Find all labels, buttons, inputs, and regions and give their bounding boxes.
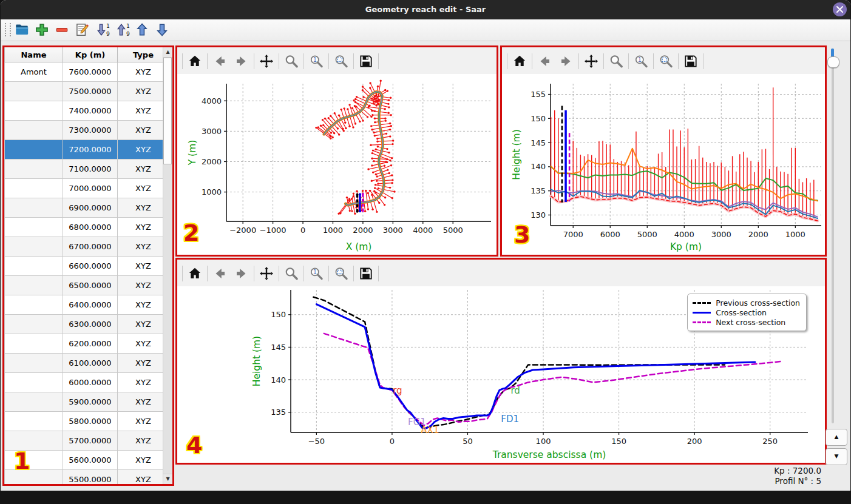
cell-name[interactable] [5, 373, 63, 392]
cell-type[interactable]: XYZ [118, 276, 169, 295]
cell-name[interactable] [5, 198, 63, 218]
cell-type[interactable]: XYZ [118, 62, 169, 82]
zoom-one-button[interactable]: 1 [307, 264, 325, 283]
pan-button[interactable] [582, 52, 600, 70]
back-button[interactable] [535, 52, 554, 70]
table-row[interactable]: Amont7600.0000XYZ [5, 62, 169, 82]
profile-up-button[interactable]: ▲ [826, 429, 847, 446]
cell-type[interactable]: XYZ [118, 198, 169, 218]
table-row[interactable]: 7300.0000XYZ [5, 121, 169, 140]
cell-kp[interactable]: 7200.0000 [63, 140, 118, 160]
cell-kp[interactable]: 6200.0000 [63, 334, 118, 354]
cell-kp[interactable]: 6900.0000 [63, 198, 118, 218]
cell-name[interactable] [5, 354, 63, 373]
cell-type[interactable]: XYZ [118, 82, 169, 101]
cell-kp[interactable]: 6600.0000 [63, 257, 118, 276]
column-header-name[interactable]: Name [5, 47, 63, 62]
forward-button[interactable] [232, 52, 251, 70]
toolbar-grip-icon[interactable] [5, 23, 11, 36]
forward-button[interactable] [557, 52, 575, 70]
cell-name[interactable] [5, 121, 63, 140]
table-row[interactable]: 6600.0000XYZ [5, 257, 169, 276]
home-button[interactable] [186, 52, 204, 70]
table-row[interactable]: 7500.0000XYZ [5, 82, 169, 101]
table-row[interactable]: 6400.0000XYZ [5, 295, 169, 315]
profile-down-button[interactable]: ▼ [826, 448, 847, 465]
cell-type[interactable]: XYZ [118, 237, 169, 257]
cell-kp[interactable]: 5500.0000 [63, 470, 118, 486]
cell-name[interactable] [5, 412, 63, 431]
cell-kp[interactable]: 6400.0000 [63, 295, 118, 315]
table-row[interactable]: 5900.0000XYZ [5, 392, 169, 412]
cell-name[interactable] [5, 140, 63, 160]
cell-kp[interactable]: 6500.0000 [63, 276, 118, 295]
move-down-button[interactable] [153, 21, 171, 39]
table-row[interactable]: 7400.0000XYZ [5, 101, 169, 121]
cell-kp[interactable]: 7600.0000 [63, 62, 118, 82]
cell-type[interactable]: XYZ [118, 179, 169, 198]
cell-type[interactable]: XYZ [118, 257, 169, 276]
cell-name[interactable] [5, 295, 63, 315]
cell-type[interactable]: XYZ [118, 101, 169, 121]
save-button[interactable] [682, 52, 700, 70]
table-row[interactable]: 6200.0000XYZ [5, 334, 169, 354]
scrollbar-up-icon[interactable]: ▲ [163, 47, 172, 58]
cell-kp[interactable]: 5800.0000 [63, 412, 118, 431]
cell-kp[interactable]: 6800.0000 [63, 218, 118, 237]
cell-name[interactable] [5, 334, 63, 354]
cell-name[interactable] [5, 451, 63, 470]
cell-kp[interactable]: 6700.0000 [63, 237, 118, 257]
close-button[interactable] [833, 2, 847, 16]
cell-name[interactable] [5, 82, 63, 101]
table-scrollbar[interactable]: ▲ ▼ [163, 47, 172, 484]
table-row[interactable]: 6800.0000XYZ [5, 218, 169, 237]
scrollbar-down-icon[interactable]: ▼ [163, 474, 172, 484]
cross-section-canvas[interactable]: −50050100150200250135140145150Transverse… [177, 286, 825, 463]
zoom-rect-button[interactable] [332, 52, 350, 70]
zoom-button[interactable] [282, 264, 300, 283]
cell-type[interactable]: XYZ [118, 140, 169, 160]
plan-view-canvas[interactable]: −2000−1000010002000300040005000100020003… [177, 74, 497, 255]
back-button[interactable] [211, 264, 229, 283]
cell-kp[interactable]: 5700.0000 [63, 431, 118, 451]
cell-type[interactable]: XYZ [118, 412, 169, 431]
long-profile-canvas[interactable]: 7000600050004000300020001000130135140145… [502, 74, 825, 255]
cell-type[interactable]: XYZ [118, 392, 169, 412]
cell-kp[interactable]: 6000.0000 [63, 373, 118, 392]
profile-slider-track[interactable] [832, 49, 834, 423]
sort-ascending-button[interactable]: 19 [113, 21, 131, 39]
table-row[interactable]: 6700.0000XYZ [5, 237, 169, 257]
zoom-button[interactable] [607, 52, 625, 70]
cell-name[interactable] [5, 392, 63, 412]
cell-type[interactable]: XYZ [118, 121, 169, 140]
cell-name[interactable]: Amont [5, 62, 63, 82]
edit-section-button[interactable] [73, 21, 91, 39]
table-row[interactable]: 7200.0000XYZ [5, 140, 169, 160]
table-row[interactable]: 6900.0000XYZ [5, 198, 169, 218]
cell-type[interactable]: XYZ [118, 451, 169, 470]
cell-type[interactable]: XYZ [118, 295, 169, 315]
add-section-button[interactable] [33, 21, 51, 39]
cell-type[interactable]: XYZ [118, 315, 169, 334]
back-button[interactable] [211, 52, 229, 70]
cell-name[interactable] [5, 101, 63, 121]
cell-name[interactable] [5, 431, 63, 451]
home-button[interactable] [186, 264, 204, 283]
pan-button[interactable] [257, 52, 276, 70]
cell-name[interactable] [5, 179, 63, 198]
open-folder-button[interactable] [13, 21, 31, 39]
cell-kp[interactable]: 6100.0000 [63, 354, 118, 373]
home-button[interactable] [510, 52, 529, 70]
remove-section-button[interactable] [53, 21, 71, 39]
table-row[interactable]: 6100.0000XYZ [5, 354, 169, 373]
cell-kp[interactable]: 6300.0000 [63, 315, 118, 334]
table-row[interactable]: 6300.0000XYZ [5, 315, 169, 334]
cell-name[interactable] [5, 470, 63, 486]
cell-name[interactable] [5, 160, 63, 179]
cell-name[interactable] [5, 257, 63, 276]
cell-name[interactable] [5, 218, 63, 237]
move-up-button[interactable] [133, 21, 151, 39]
cell-type[interactable]: XYZ [118, 354, 169, 373]
zoom-button[interactable] [282, 52, 300, 70]
cell-name[interactable] [5, 237, 63, 257]
